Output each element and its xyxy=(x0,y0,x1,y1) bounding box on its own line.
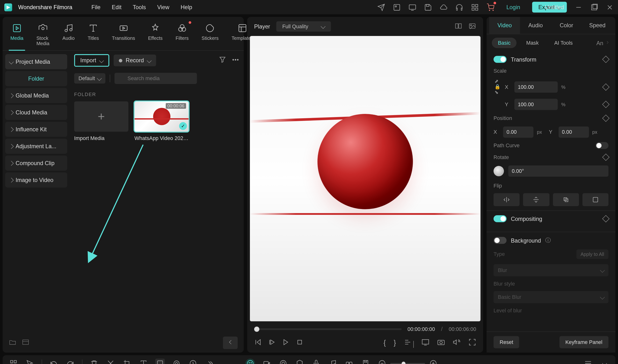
cart-icon[interactable] xyxy=(487,3,494,11)
cut-button[interactable] xyxy=(106,359,115,364)
send-icon[interactable] xyxy=(377,3,385,11)
mark-out-button[interactable]: } xyxy=(394,339,396,347)
record-button[interactable]: Record xyxy=(114,54,156,66)
tab-titles[interactable]: Titles xyxy=(86,20,100,50)
bg-style-dropdown[interactable]: Basic Blur xyxy=(494,291,609,303)
flip-copy-button[interactable] xyxy=(553,193,579,206)
sidebar-item-global[interactable]: Global Media xyxy=(5,88,68,103)
link-xy-icon[interactable]: ⬈🔒⬊ xyxy=(494,78,501,95)
more-tools-button[interactable] xyxy=(205,359,214,364)
markers-icon[interactable] xyxy=(404,338,414,347)
reset-button[interactable]: Reset xyxy=(494,336,519,348)
sidebar-item-cloud[interactable]: Cloud Media xyxy=(5,105,68,120)
sort-button[interactable]: Default xyxy=(74,73,105,83)
sidebar-item-influence[interactable]: Influence Kit xyxy=(5,122,68,137)
keyframe-panel-button[interactable]: Keyframe Panel xyxy=(559,336,608,348)
rotate-knob[interactable] xyxy=(494,166,504,176)
zoom-out-button[interactable] xyxy=(377,359,387,364)
prev-frame-button[interactable] xyxy=(254,338,262,347)
flip-horizontal-button[interactable] xyxy=(494,193,520,206)
collapse-sidebar-button[interactable] xyxy=(223,337,238,349)
stop-button[interactable] xyxy=(296,338,303,347)
tab-effects[interactable]: Effects xyxy=(147,20,164,50)
scale-y-input[interactable] xyxy=(514,99,558,110)
sidebar-folder[interactable]: Folder xyxy=(5,71,68,86)
menu-tools[interactable]: Tools xyxy=(133,4,146,10)
zoom-in-button[interactable] xyxy=(428,359,438,364)
keyframe-diamond-icon[interactable] xyxy=(602,115,610,122)
sidebar-item-image-to-video[interactable]: Image to Video xyxy=(5,172,68,188)
background-toggle[interactable] xyxy=(494,237,507,244)
player-viewport[interactable] xyxy=(250,36,481,322)
screen-icon[interactable] xyxy=(409,3,416,11)
compositing-toggle[interactable] xyxy=(494,215,507,222)
delete-button[interactable] xyxy=(89,359,99,364)
tab-stock-media[interactable]: Stock Media xyxy=(35,20,51,50)
scale-x-input[interactable] xyxy=(514,81,558,92)
new-bin-icon[interactable] xyxy=(22,338,29,347)
bg-type-dropdown[interactable]: Blur xyxy=(494,264,609,276)
project-icon[interactable] xyxy=(393,3,400,11)
media-card-clip[interactable]: 00:00:06✓ WhatsApp Video 2024... xyxy=(134,101,189,141)
undo-button[interactable] xyxy=(49,359,58,364)
new-folder-icon[interactable] xyxy=(9,338,16,347)
prop-tab-audio[interactable]: Audio xyxy=(520,17,551,34)
fullscreen-icon[interactable] xyxy=(468,338,476,347)
rotate-input[interactable] xyxy=(508,165,609,177)
prop-tab-speed[interactable]: Speed xyxy=(582,17,613,34)
text-tool-button[interactable] xyxy=(139,359,148,364)
grid-icon[interactable] xyxy=(9,359,18,364)
cloud-icon[interactable] xyxy=(440,3,447,11)
seek-thumb[interactable] xyxy=(254,326,260,332)
record-circle-icon[interactable] xyxy=(278,359,288,364)
mark-in-button[interactable]: { xyxy=(384,339,386,347)
keyframe-diamond-icon[interactable] xyxy=(602,56,610,63)
tab-stickers[interactable]: Stickers xyxy=(200,20,220,50)
menu-edit[interactable]: Edit xyxy=(112,4,121,10)
more-icon[interactable] xyxy=(232,56,239,65)
speed-tool-button[interactable] xyxy=(188,359,198,364)
pos-y-input[interactable] xyxy=(558,127,589,138)
record-tool-icon[interactable] xyxy=(262,359,271,364)
tab-filters[interactable]: Filters xyxy=(174,20,190,50)
scroll-right-icon[interactable] xyxy=(605,39,610,46)
flip-vertical-button[interactable] xyxy=(523,193,549,206)
crop-button[interactable] xyxy=(122,359,132,364)
subtab-mask[interactable]: Mask xyxy=(520,38,545,48)
track-options-icon[interactable] xyxy=(600,359,609,364)
save-icon[interactable] xyxy=(424,3,432,11)
shield-icon[interactable] xyxy=(295,359,304,364)
apps-icon[interactable] xyxy=(471,3,479,11)
menu-view[interactable]: View xyxy=(157,4,169,10)
sidebar-item-compound[interactable]: Compound Clip xyxy=(5,156,68,171)
menu-help[interactable]: Help xyxy=(180,4,192,10)
shape-tool-button[interactable] xyxy=(155,359,165,364)
flip-reset-button[interactable] xyxy=(582,193,608,206)
headphones-icon[interactable] xyxy=(455,3,463,11)
minimize-button[interactable] xyxy=(575,3,582,11)
close-button[interactable] xyxy=(606,3,614,11)
prop-tab-color[interactable]: Color xyxy=(551,17,582,34)
tab-transitions[interactable]: Transitions xyxy=(110,20,137,50)
search-input[interactable] xyxy=(115,73,197,84)
transform-toggle[interactable] xyxy=(494,56,507,63)
import-button[interactable]: Import xyxy=(74,54,109,67)
media-card-import[interactable]: + Import Media xyxy=(74,101,128,141)
keyframe-diamond-icon[interactable] xyxy=(602,83,610,91)
mic-icon[interactable] xyxy=(311,359,321,364)
adjust-tool-button[interactable] xyxy=(172,359,181,364)
pos-x-input[interactable] xyxy=(503,127,533,138)
compare-view-icon[interactable] xyxy=(455,22,462,31)
play-forward-button[interactable] xyxy=(282,338,289,347)
ai-avatar-button[interactable] xyxy=(246,359,255,364)
keyframe-diamond-icon[interactable] xyxy=(602,154,610,161)
display-icon[interactable] xyxy=(422,338,429,347)
keyframe-diamond-icon[interactable] xyxy=(602,101,610,108)
tab-media[interactable]: Media xyxy=(9,20,25,50)
subtab-ai-tools[interactable]: AI Tools xyxy=(548,38,579,48)
menu-file[interactable]: File xyxy=(91,4,100,10)
seek-bar[interactable] xyxy=(254,328,401,330)
prop-tab-video[interactable]: Video xyxy=(489,17,520,34)
marker-tool-icon[interactable] xyxy=(361,359,370,364)
music-tool-icon[interactable] xyxy=(328,359,337,364)
